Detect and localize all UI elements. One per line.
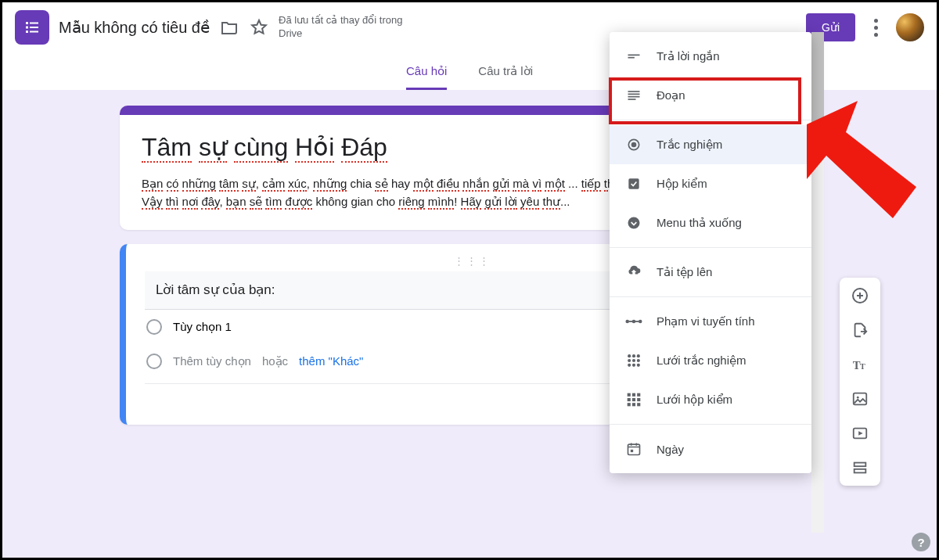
svg-rect-0 bbox=[26, 22, 28, 24]
svg-rect-20 bbox=[628, 94, 640, 95]
svg-rect-47 bbox=[628, 403, 631, 406]
radio-icon bbox=[146, 354, 162, 369]
svg-point-39 bbox=[632, 364, 635, 367]
svg-point-36 bbox=[632, 359, 635, 362]
qtype-mc-grid[interactable]: Lưới trắc nghiệm bbox=[610, 341, 811, 380]
svg-rect-51 bbox=[631, 450, 633, 452]
svg-rect-45 bbox=[632, 398, 635, 401]
linear-scale-icon bbox=[625, 313, 642, 330]
question-type-menu: Trả lời ngắn Đoạn Trắc nghiệm Hộp kiểm M… bbox=[610, 32, 811, 473]
add-other-link[interactable]: thêm "Khác" bbox=[299, 354, 363, 368]
cloud-upload-icon bbox=[625, 264, 642, 281]
short-answer-icon bbox=[625, 48, 642, 65]
qtype-checkbox-grid[interactable]: Lưới hộp kiểm bbox=[610, 380, 811, 419]
svg-point-34 bbox=[637, 354, 640, 357]
checkbox-grid-icon bbox=[625, 391, 642, 408]
qtype-linear-scale[interactable]: Phạm vi tuyến tính bbox=[610, 302, 811, 341]
svg-rect-43 bbox=[637, 393, 640, 397]
svg-point-27 bbox=[625, 320, 629, 324]
svg-rect-1 bbox=[30, 23, 38, 24]
radio-icon bbox=[146, 319, 162, 335]
add-question-icon[interactable] bbox=[848, 284, 872, 307]
qtype-checkboxes[interactable]: Hộp kiểm bbox=[610, 164, 811, 203]
add-video-icon[interactable] bbox=[848, 422, 872, 445]
svg-rect-44 bbox=[628, 398, 631, 401]
svg-rect-42 bbox=[632, 393, 635, 397]
svg-rect-25 bbox=[628, 178, 639, 188]
svg-point-35 bbox=[628, 359, 631, 362]
checkbox-icon bbox=[625, 175, 642, 192]
svg-point-32 bbox=[628, 354, 631, 357]
svg-rect-15 bbox=[854, 463, 866, 467]
floating-toolbar: TT bbox=[840, 278, 880, 486]
qtype-short-answer[interactable]: Trả lời ngắn bbox=[610, 37, 811, 76]
svg-rect-18 bbox=[628, 57, 635, 59]
svg-point-37 bbox=[637, 359, 640, 362]
svg-point-33 bbox=[632, 354, 635, 357]
svg-rect-41 bbox=[628, 393, 631, 397]
svg-rect-21 bbox=[628, 96, 640, 98]
add-title-icon[interactable]: TT bbox=[848, 353, 872, 376]
radio-icon bbox=[625, 136, 642, 153]
svg-point-13 bbox=[857, 397, 859, 399]
qtype-paragraph[interactable]: Đoạn bbox=[610, 76, 811, 115]
svg-rect-22 bbox=[628, 99, 636, 100]
qtype-dropdown[interactable]: Menu thả xuống bbox=[610, 203, 811, 242]
tab-responses[interactable]: Câu trả lời bbox=[478, 64, 533, 90]
qtype-date[interactable]: Ngày bbox=[610, 429, 811, 468]
tab-questions[interactable]: Câu hỏi bbox=[406, 64, 447, 90]
star-icon[interactable] bbox=[249, 17, 269, 38]
svg-point-40 bbox=[637, 364, 640, 367]
folder-icon[interactable] bbox=[219, 17, 239, 38]
svg-rect-16 bbox=[854, 469, 866, 473]
add-option-label[interactable]: Thêm tùy chọn bbox=[173, 354, 251, 368]
svg-rect-2 bbox=[26, 27, 28, 29]
or-word: hoặc bbox=[262, 354, 288, 368]
svg-rect-17 bbox=[628, 55, 640, 56]
svg-rect-48 bbox=[632, 403, 635, 406]
calendar-icon bbox=[625, 440, 642, 458]
form-title[interactable]: Mẫu không có tiêu đề bbox=[59, 18, 210, 37]
add-image-icon[interactable] bbox=[848, 387, 872, 411]
svg-rect-46 bbox=[637, 398, 640, 401]
svg-rect-19 bbox=[628, 91, 640, 92]
svg-rect-30 bbox=[635, 321, 639, 322]
svg-rect-4 bbox=[26, 31, 28, 33]
svg-point-29 bbox=[632, 320, 636, 324]
qtype-file-upload[interactable]: Tải tệp lên bbox=[610, 253, 811, 292]
svg-text:T: T bbox=[860, 362, 865, 371]
paragraph-icon bbox=[625, 87, 642, 104]
svg-rect-3 bbox=[30, 27, 38, 28]
svg-rect-5 bbox=[30, 31, 38, 33]
dropdown-icon bbox=[625, 214, 642, 232]
dropdown-scrollbar[interactable] bbox=[811, 32, 824, 533]
avatar[interactable] bbox=[896, 13, 924, 41]
import-question-icon[interactable] bbox=[848, 318, 872, 342]
qtype-multiple-choice[interactable]: Trắc nghiệm bbox=[610, 125, 811, 164]
more-menu-icon[interactable] bbox=[865, 19, 887, 37]
radio-grid-icon bbox=[625, 352, 642, 369]
svg-rect-28 bbox=[629, 321, 633, 322]
svg-rect-50 bbox=[628, 444, 640, 454]
svg-point-31 bbox=[639, 320, 642, 324]
save-status: Đã lưu tất cả thay đổi trong Drive bbox=[279, 14, 427, 41]
option-label[interactable]: Tùy chọn 1 bbox=[173, 320, 232, 334]
forms-logo-icon[interactable] bbox=[15, 10, 49, 45]
help-button[interactable]: ? bbox=[912, 533, 930, 551]
add-section-icon[interactable] bbox=[848, 456, 872, 479]
svg-point-26 bbox=[628, 217, 640, 229]
svg-point-38 bbox=[628, 364, 631, 367]
svg-rect-49 bbox=[637, 403, 640, 406]
svg-point-24 bbox=[631, 142, 637, 148]
